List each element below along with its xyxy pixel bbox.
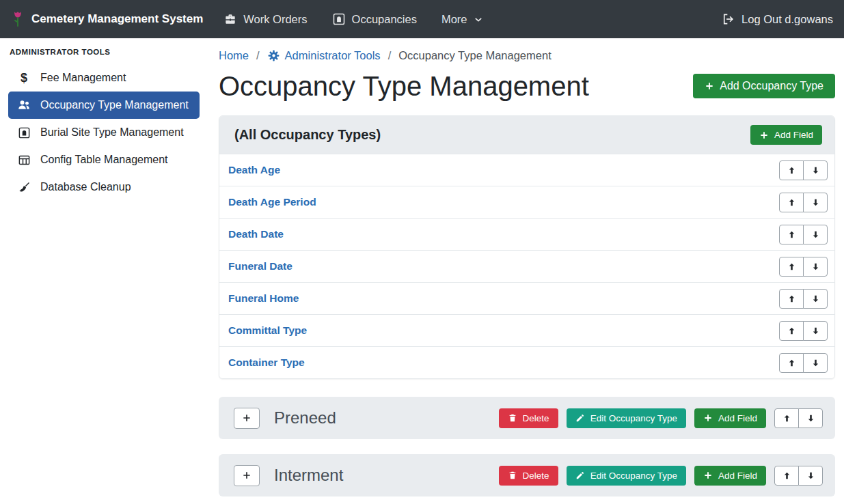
logout-link[interactable]: Log Out d.gowans bbox=[722, 12, 833, 26]
move-up-button[interactable] bbox=[779, 193, 804, 212]
move-down-button[interactable] bbox=[803, 193, 828, 212]
move-down-button[interactable] bbox=[803, 321, 828, 341]
pencil-icon bbox=[575, 413, 585, 423]
table-icon bbox=[16, 153, 31, 167]
nav-more-label: More bbox=[441, 13, 467, 26]
nav-more[interactable]: More bbox=[441, 13, 483, 26]
move-down-button[interactable] bbox=[803, 289, 828, 309]
brand-link[interactable]: Cemetery Management System bbox=[11, 10, 203, 28]
field-link-funeral-home[interactable]: Funeral Home bbox=[228, 292, 299, 305]
arrow-up-icon bbox=[787, 262, 796, 271]
nav-occupancies[interactable]: Occupancies bbox=[332, 12, 417, 26]
main-nav: Work Orders Occupancies More bbox=[223, 12, 482, 26]
arrow-up-icon bbox=[782, 414, 791, 423]
edit-occupancy-type-button[interactable]: Edit Occupancy Type bbox=[567, 466, 686, 486]
field-row: Committal Type bbox=[219, 314, 834, 346]
move-down-button[interactable] bbox=[798, 408, 823, 428]
tombstone-icon bbox=[16, 126, 31, 139]
delete-label: Delete bbox=[523, 413, 549, 423]
broom-icon bbox=[16, 180, 31, 194]
field-link-death-age[interactable]: Death Age bbox=[228, 164, 280, 176]
main-content: Home / Administrat bbox=[205, 38, 844, 504]
move-up-button[interactable] bbox=[774, 408, 799, 428]
all-occupancy-types-header: (All Occupancy Types) Add Field bbox=[219, 116, 834, 154]
move-up-button[interactable] bbox=[779, 353, 804, 373]
sidebar-item-config-table-management[interactable]: Config Table Management bbox=[8, 146, 200, 173]
plus-icon bbox=[242, 471, 251, 480]
add-field-button[interactable]: Add Field bbox=[694, 408, 766, 428]
edit-occupancy-type-label: Edit Occupancy Type bbox=[590, 471, 677, 481]
occupancy-type-title: Preneed bbox=[274, 408, 336, 428]
field-link-container-type[interactable]: Container Type bbox=[228, 356, 305, 369]
sidebar-item-burial-site-type-management[interactable]: Burial Site Type Management bbox=[8, 119, 200, 146]
all-occupancy-types-title: (All Occupancy Types) bbox=[234, 127, 381, 143]
users-icon bbox=[16, 98, 31, 112]
arrow-up-icon bbox=[787, 359, 796, 367]
move-up-button[interactable] bbox=[779, 289, 804, 309]
occupancy-type-title: Interment bbox=[274, 466, 343, 485]
field-row: Container Type bbox=[219, 346, 834, 378]
sidebar-item-label: Fee Management bbox=[40, 72, 126, 84]
move-up-button[interactable] bbox=[779, 225, 804, 244]
field-row: Death Age bbox=[219, 154, 834, 186]
sidebar-item-fee-management[interactable]: $ Fee Management bbox=[8, 64, 200, 92]
move-down-button[interactable] bbox=[803, 225, 828, 244]
breadcrumb: Home / Administrat bbox=[219, 49, 835, 62]
occupancy-type-card-preneed: Preneed Delete Edit Occupancy Type bbox=[219, 397, 835, 439]
page-header: Occupancy Type Management Add Occupancy … bbox=[219, 70, 835, 102]
breadcrumb-admin-tools-link[interactable]: Administrator Tools bbox=[267, 49, 381, 62]
move-up-button[interactable] bbox=[779, 160, 804, 180]
sidebar: ADMINISTRATOR TOOLS $ Fee Management Occ… bbox=[0, 38, 205, 504]
app-title: Cemetery Management System bbox=[31, 12, 203, 26]
expand-button[interactable] bbox=[234, 408, 260, 429]
arrow-down-icon bbox=[811, 294, 820, 303]
arrow-up-icon bbox=[787, 198, 796, 207]
plus-icon bbox=[703, 471, 713, 480]
occupancy-type-actions: Delete Edit Occupancy Type Add Field bbox=[499, 408, 823, 428]
add-field-button[interactable]: Add Field bbox=[694, 466, 766, 486]
field-link-death-age-period[interactable]: Death Age Period bbox=[228, 196, 316, 208]
nav-work-orders[interactable]: Work Orders bbox=[223, 12, 307, 26]
move-up-button[interactable] bbox=[779, 321, 804, 341]
sidebar-item-label: Occupancy Type Management bbox=[40, 99, 189, 111]
reorder-group bbox=[779, 160, 828, 180]
sidebar-item-label: Config Table Management bbox=[40, 154, 168, 166]
add-field-button[interactable]: Add Field bbox=[750, 125, 822, 145]
field-link-funeral-date[interactable]: Funeral Date bbox=[228, 260, 292, 272]
chevron-down-icon bbox=[474, 16, 483, 25]
arrow-up-icon bbox=[787, 294, 796, 303]
reorder-group bbox=[779, 353, 828, 373]
arrow-down-icon bbox=[811, 359, 820, 367]
logout-label: Log Out d.gowans bbox=[741, 13, 833, 26]
occupancy-type-card-interment: Interment Delete Edit Occupancy Type bbox=[219, 454, 835, 496]
breadcrumb-separator: / bbox=[388, 49, 392, 62]
move-down-button[interactable] bbox=[798, 466, 823, 486]
move-up-button[interactable] bbox=[779, 257, 804, 277]
expand-button[interactable] bbox=[234, 465, 260, 486]
arrow-up-icon bbox=[787, 326, 796, 335]
delete-label: Delete bbox=[523, 471, 549, 481]
breadcrumb-home-link[interactable]: Home bbox=[219, 49, 249, 62]
reorder-group bbox=[779, 225, 828, 244]
sidebar-item-database-cleanup[interactable]: Database Cleanup bbox=[8, 173, 200, 201]
breadcrumb-admin-tools-label: Administrator Tools bbox=[285, 49, 381, 62]
arrow-down-icon bbox=[806, 471, 815, 480]
delete-button[interactable]: Delete bbox=[499, 408, 558, 428]
toolbox-icon bbox=[223, 12, 237, 26]
field-link-death-date[interactable]: Death Date bbox=[228, 228, 284, 240]
add-occupancy-type-label: Add Occupancy Type bbox=[720, 80, 823, 92]
reorder-group bbox=[774, 408, 823, 428]
edit-occupancy-type-button[interactable]: Edit Occupancy Type bbox=[567, 408, 686, 428]
field-link-committal-type[interactable]: Committal Type bbox=[228, 324, 307, 337]
sidebar-header: ADMINISTRATOR TOOLS bbox=[10, 48, 200, 56]
move-down-button[interactable] bbox=[803, 257, 828, 277]
move-down-button[interactable] bbox=[803, 353, 828, 373]
sidebar-item-occupancy-type-management[interactable]: Occupancy Type Management bbox=[8, 92, 200, 119]
sidebar-item-label: Database Cleanup bbox=[40, 181, 131, 193]
add-occupancy-type-button[interactable]: Add Occupancy Type bbox=[693, 74, 835, 98]
move-down-button[interactable] bbox=[803, 160, 828, 180]
nav-work-orders-label: Work Orders bbox=[243, 13, 307, 26]
delete-button[interactable]: Delete bbox=[499, 466, 558, 486]
move-up-button[interactable] bbox=[774, 466, 799, 486]
arrow-up-icon bbox=[782, 471, 791, 480]
